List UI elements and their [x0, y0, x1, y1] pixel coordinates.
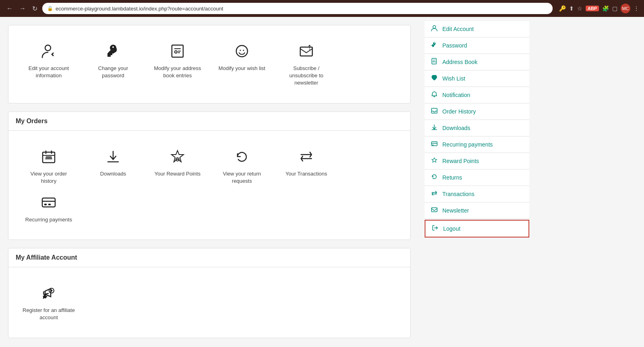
affiliate-heading: My Affiliate Account [8, 248, 410, 267]
orders-icons-grid: View your order history Downloads [17, 143, 402, 228]
order-history-icon [39, 147, 58, 166]
svg-rect-33 [431, 108, 437, 113]
address-bar[interactable]: 🔒 ecommerce-playground.lambdatest.io/ind… [42, 3, 553, 14]
sidebar-item-transactions[interactable]: Transactions [425, 186, 529, 202]
affiliate-icons-grid: Register for an affiliate account [17, 279, 402, 325]
svg-point-30 [433, 61, 434, 62]
sidebar-item-newsletter[interactable]: Newsletter [425, 202, 529, 219]
sidebar-wish-list-label: Wish List [442, 75, 465, 82]
sidebar-newsletter-label: Newsletter [442, 207, 469, 214]
svg-point-3 [175, 51, 177, 53]
back-button[interactable]: ← [5, 3, 14, 14]
share-icon[interactable]: ⬆ [569, 5, 574, 12]
affiliate-register-link[interactable]: Register for an affiliate account [17, 279, 81, 325]
svg-marker-16 [45, 156, 52, 159]
account-info-card: Edit your account information Change you… [8, 25, 411, 103]
sidebar-item-logout[interactable]: Logout [425, 220, 529, 238]
my-orders-card: My Orders [8, 112, 411, 240]
reward-points-label: Your Reward Points [155, 170, 200, 178]
svg-rect-20 [42, 198, 55, 207]
return-requests-icon [232, 147, 252, 166]
sidebar-item-edit-account[interactable]: Edit Account [425, 21, 529, 37]
downloads-icon [103, 147, 123, 166]
heart-icon [430, 74, 438, 83]
affiliate-register-label: Register for an affiliate account [23, 307, 75, 321]
sidebar-item-downloads[interactable]: Downloads [425, 120, 529, 136]
svg-point-0 [45, 45, 51, 51]
sidebar-item-wish-list[interactable]: Wish List [425, 70, 529, 87]
puzzle-icon[interactable]: 🧩 [602, 5, 609, 12]
transactions-sidebar-icon [430, 190, 438, 198]
sidebar-item-returns[interactable]: Returns [425, 169, 529, 186]
sidebar-item-address-book[interactable]: Address Book [425, 54, 529, 70]
svg-rect-1 [172, 45, 183, 57]
download-sidebar-icon [430, 124, 438, 132]
sidebar: Edit Account Password Address Book Wish … [419, 17, 535, 347]
return-requests-link[interactable]: View your return requests [210, 143, 274, 189]
address-book-label: Modify your address book entries [151, 65, 204, 79]
sidebar-item-notification[interactable]: Notification [425, 87, 529, 103]
browser-actions: 🔑 ⬆ ☆ ABP 🧩 ▢ MC ⋮ [559, 4, 639, 13]
star-icon[interactable]: ☆ [577, 5, 582, 12]
affiliate-body: Register for an affiliate account [8, 267, 410, 337]
bell-icon [430, 91, 438, 99]
svg-marker-11 [308, 45, 311, 46]
key-icon[interactable]: 🔑 [559, 5, 566, 12]
wish-list-icon [232, 41, 252, 61]
svg-point-6 [236, 45, 248, 57]
key-icon [430, 41, 438, 50]
sidebar-downloads-label: Downloads [442, 125, 470, 131]
lock-icon: 🔒 [47, 6, 53, 11]
forward-button[interactable]: → [18, 3, 27, 14]
menu-icon[interactable]: ⋮ [634, 5, 639, 12]
transactions-icon [297, 147, 316, 166]
order-history-label: View your order history [23, 170, 75, 185]
change-password-link[interactable]: Change your password [81, 37, 145, 83]
wish-list-label: Modify your wish list [219, 65, 265, 72]
address-book-sidebar-icon [430, 58, 438, 66]
sidebar-item-password[interactable]: Password [425, 37, 529, 54]
svg-point-7 [240, 50, 241, 51]
sidebar-password-label: Password [442, 42, 467, 49]
sidebar-item-order-history[interactable]: Order History [425, 103, 529, 120]
recurring-payments-label: Recurring payments [25, 216, 72, 223]
avatar[interactable]: MC [621, 4, 630, 13]
wish-list-link[interactable]: Modify your wish list [210, 37, 274, 76]
sidebar-item-recurring-payments[interactable]: Recurring payments [425, 136, 529, 153]
sidebar-edit-account-label: Edit Account [442, 26, 474, 32]
sidebar-order-history-label: Order History [442, 108, 476, 115]
affiliate-card: My Affiliate Account [8, 248, 411, 338]
my-orders-heading: My Orders [8, 112, 410, 131]
credit-card-icon [430, 140, 438, 149]
address-book-icon [168, 41, 187, 61]
account-icons-grid: Edit your account information Change you… [17, 37, 402, 91]
sidebar-reward-points-label: Reward Points [442, 158, 479, 164]
my-orders-body: View your order history Downloads [8, 131, 410, 240]
newsletter-label: Subscribe / unsubscribe to newsletter [280, 65, 332, 87]
reward-points-link[interactable]: Your Reward Points [145, 143, 210, 182]
recurring-payments-link[interactable]: Recurring payments [17, 189, 81, 227]
svg-point-8 [243, 50, 244, 51]
window-icon[interactable]: ▢ [612, 5, 617, 12]
newsletter-icon [297, 41, 316, 61]
refresh-button[interactable]: ↻ [31, 3, 39, 14]
downloads-link[interactable]: Downloads [81, 143, 145, 182]
content-area: Edit your account information Change you… [0, 17, 419, 347]
newsletter-link[interactable]: Subscribe / unsubscribe to newsletter [274, 37, 339, 91]
reward-points-icon [168, 147, 187, 166]
sidebar-logout-label: Logout [443, 225, 460, 232]
order-history-link[interactable]: View your order history [17, 143, 81, 189]
svg-rect-23 [48, 204, 51, 205]
svg-rect-22 [44, 204, 47, 205]
transactions-link[interactable]: Your Transactions [274, 143, 339, 182]
transactions-label: Your Transactions [285, 170, 327, 178]
edit-account-link[interactable]: Edit your account information [17, 37, 81, 83]
abp-badge: ABP [586, 6, 599, 11]
sidebar-notification-label: Notification [442, 92, 470, 98]
change-password-icon [103, 41, 123, 61]
svg-marker-38 [432, 158, 437, 162]
inbox-icon [430, 107, 438, 116]
newsletter-sidebar-icon [430, 207, 438, 215]
sidebar-item-reward-points[interactable]: Reward Points [425, 153, 529, 169]
address-book-link[interactable]: Modify your address book entries [145, 37, 210, 83]
